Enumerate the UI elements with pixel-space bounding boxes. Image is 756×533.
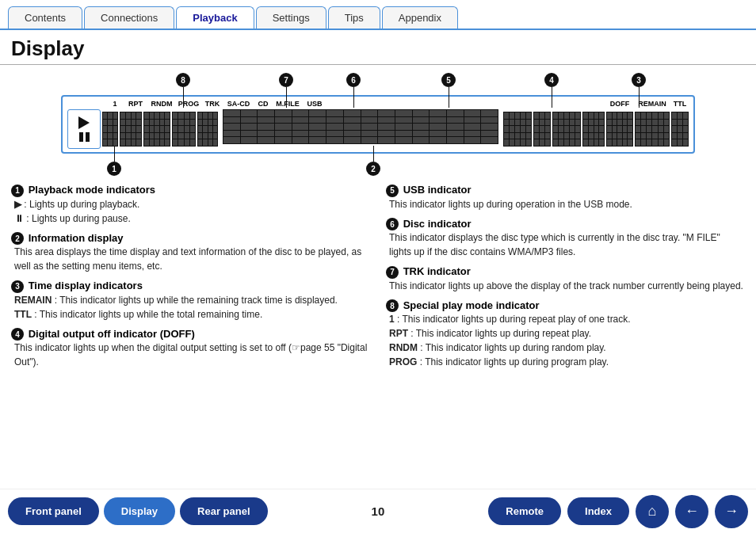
tab-settings[interactable]: Settings xyxy=(256,6,326,29)
callout-4-circle: 4 xyxy=(544,73,559,87)
desc-title-3: 3 Time display indicators xyxy=(11,280,370,293)
display-cells-row xyxy=(67,109,689,149)
callout-7-line xyxy=(286,87,287,108)
display-button[interactable]: Display xyxy=(104,497,175,525)
play-pause-indicators xyxy=(67,109,101,149)
cell-mfile xyxy=(552,112,581,147)
desc-body-5: This indicator lights up during operatio… xyxy=(386,197,745,211)
play-triangle xyxy=(78,116,90,129)
cell-sacd xyxy=(503,112,532,147)
diagram-container: 8 7 6 5 4 xyxy=(53,73,703,176)
seg-label-ttl: TTL xyxy=(671,100,689,108)
desc-item-8: 8 Special play mode indicator 1 : This i… xyxy=(386,299,745,370)
callout-1-bottom: 1 xyxy=(107,146,121,176)
callout-5-line xyxy=(449,87,449,108)
desc-item-1: 1 Playback mode indicators ▶ : Lights up… xyxy=(11,184,370,226)
desc-item-7: 7 TRK indicator This indicator lights up… xyxy=(386,265,745,293)
desc-body-2: This area displays the time display and … xyxy=(11,245,370,273)
callout-1-circle: 1 xyxy=(107,162,121,176)
cell-ttl xyxy=(671,112,689,147)
front-panel-button[interactable]: Front panel xyxy=(8,497,99,525)
cell-doff xyxy=(606,112,633,147)
badge-8: 8 xyxy=(386,299,399,312)
forward-button[interactable]: → xyxy=(715,495,748,528)
desc-line-1-1: ▶ : Lights up during playback. xyxy=(14,197,370,211)
desc-item-6: 6 Disc indicator This indicator displays… xyxy=(386,218,745,260)
badge-4: 4 xyxy=(11,328,24,341)
callout-8: 8 xyxy=(176,73,190,108)
left-indicator-cells xyxy=(102,109,218,149)
remote-button[interactable]: Remote xyxy=(488,497,561,525)
tab-contents[interactable]: Contents xyxy=(8,6,82,29)
tab-appendix[interactable]: Appendix xyxy=(382,6,458,29)
desc-item-5: 5 USB indicator This indicator lights up… xyxy=(386,184,745,211)
callout-7: 7 xyxy=(279,73,293,108)
desc-title-4: 4 Digital output off indicator (DOFF) xyxy=(11,328,370,341)
badge-3: 3 xyxy=(11,280,24,293)
cell-cd xyxy=(533,112,551,147)
cell-rndm xyxy=(143,112,170,147)
tab-tips[interactable]: Tips xyxy=(328,6,380,29)
callout-1-line xyxy=(114,146,115,162)
cell-1 xyxy=(102,112,118,147)
badge-7: 7 xyxy=(386,266,399,279)
desc-line-3-2: TTL : This indicator lights up while the… xyxy=(14,307,370,322)
seg-label-doff: DOFF xyxy=(606,100,633,108)
callout-5: 5 xyxy=(441,73,456,108)
tab-connections[interactable]: Connections xyxy=(84,6,174,29)
bottom-nav-right: Remote Index ⌂ ← → xyxy=(488,495,748,528)
callout-8-line xyxy=(183,87,184,108)
badge-6: 6 xyxy=(386,218,399,230)
callout-3: 3 xyxy=(632,73,646,108)
seg-label-rndm: RNDM xyxy=(148,100,175,108)
callout-7-circle: 7 xyxy=(279,73,293,87)
desc-body-4: This indicator lights up when the digita… xyxy=(11,341,370,369)
pause-bar-1 xyxy=(79,132,83,142)
info-display-area xyxy=(223,109,498,144)
callout-4-line xyxy=(552,87,552,108)
home-button[interactable]: ⌂ xyxy=(636,495,669,528)
seg-label-sacd: SA-CD xyxy=(224,100,253,108)
pause-bars xyxy=(79,132,90,142)
callout-5-circle: 5 xyxy=(441,73,456,87)
desc-title-1: 1 Playback mode indicators xyxy=(11,184,370,197)
cell-trk xyxy=(197,112,218,147)
index-button[interactable]: Index xyxy=(567,497,629,525)
callout-6: 6 xyxy=(346,73,361,108)
forward-icon: → xyxy=(724,503,739,520)
display-panel: 1 RPT RNDM PROG TRK SA-CD CD M.FILE USB … xyxy=(61,95,695,154)
callout-4: 4 xyxy=(544,73,559,108)
callout-3-line xyxy=(639,87,640,108)
callout-3-circle: 3 xyxy=(632,73,646,87)
desc-item-3: 3 Time display indicators REMAIN : This … xyxy=(11,280,370,322)
back-button[interactable]: ← xyxy=(675,495,708,528)
rear-panel-button[interactable]: Rear panel xyxy=(180,497,267,525)
bottom-nav: Front panel Display Rear panel 10 Remote… xyxy=(0,489,756,533)
back-icon: ← xyxy=(685,503,699,520)
desc-col-left: 1 Playback mode indicators ▶ : Lights up… xyxy=(11,184,370,375)
desc-body-1: ▶ : Lights up during playback. ⏸ : Light… xyxy=(11,197,370,226)
right-indicator-cells xyxy=(503,109,689,149)
desc-title-5: 5 USB indicator xyxy=(386,184,745,197)
cell-usb xyxy=(582,112,605,147)
badge-2: 2 xyxy=(11,232,24,245)
callout-8-circle: 8 xyxy=(176,73,190,87)
desc-body-6: This indicator displays the disc type wh… xyxy=(386,230,745,259)
callout-6-circle: 6 xyxy=(346,73,361,87)
desc-title-2: 2 Information display xyxy=(11,232,370,246)
badge-5: 5 xyxy=(386,185,399,197)
desc-title-8: 8 Special play mode indicator xyxy=(386,299,745,313)
callout-2-circle: 2 xyxy=(366,162,380,176)
desc-item-2: 2 Information display This area displays… xyxy=(11,232,370,274)
page-title-area: Display xyxy=(0,30,756,65)
seg-label-cd: CD xyxy=(254,100,272,108)
desc-line-3-1: REMAIN : This indicator lights up while … xyxy=(14,293,370,307)
seg-label-1: 1 xyxy=(107,100,123,108)
desc-col-right: 5 USB indicator This indicator lights up… xyxy=(386,184,745,375)
bottom-nav-left: Front panel Display Rear panel xyxy=(8,497,268,525)
diagram-area: 8 7 6 5 4 xyxy=(11,73,745,176)
seg-label-rpt: RPT xyxy=(124,100,147,108)
tab-playback[interactable]: Playback xyxy=(176,6,254,29)
pause-bar-2 xyxy=(86,132,90,142)
callout-6-line xyxy=(353,87,354,108)
